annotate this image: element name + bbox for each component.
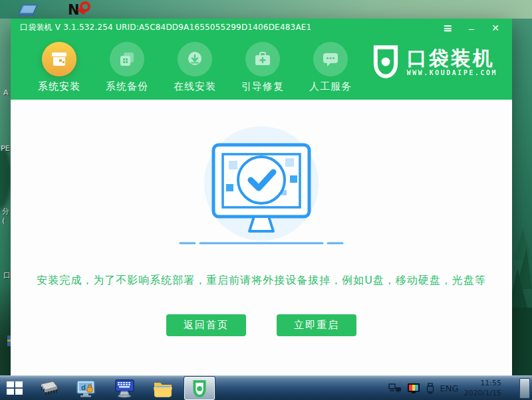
- install-package-icon: [50, 50, 68, 68]
- koudaipe-shield-icon: [192, 380, 207, 397]
- brand-website: WWW.KOUDAIPE.COM: [407, 69, 497, 76]
- taskbar-disk-tool-icon[interactable]: d: [74, 379, 97, 399]
- nav-label: 系统备份: [106, 80, 148, 93]
- desktop-label-fragment: A: [3, 88, 9, 97]
- completion-message: 安装完成，为了不影响系统部署，重启前请将外接设备拔掉，例如U盘，移动硬盘，光盘等: [22, 274, 501, 288]
- language-indicator[interactable]: ENG: [440, 383, 459, 393]
- brand-name: 口袋装机: [407, 47, 497, 69]
- restart-now-button[interactable]: 立即重启: [277, 314, 356, 336]
- taskbar-koudaipe-active-button[interactable]: [184, 377, 215, 400]
- nav-label: 系统安装: [38, 80, 80, 93]
- taskbar-memory-chip-icon[interactable]: [36, 379, 59, 399]
- windows-logo-icon: [7, 381, 14, 387]
- desktop-label-fragment: 口: [3, 270, 11, 280]
- close-icon[interactable]: ✕: [487, 21, 504, 35]
- desktop: { "desktop": { "partial_labels": { "a": …: [0, 0, 532, 400]
- system-tray: ENG 11:55 2020/1/15: [388, 376, 501, 400]
- wallpaper-pine-trees: [509, 229, 532, 375]
- desktop-label-fragment: (: [2, 217, 5, 225]
- nav-item-online-install[interactable]: 在线安装: [161, 37, 229, 93]
- nav-item-system-backup[interactable]: 系统备份: [93, 37, 161, 93]
- laptop-desktop-icon[interactable]: [19, 4, 39, 17]
- menu-icon[interactable]: ≡: [439, 21, 456, 35]
- taskbar-file-explorer-icon[interactable]: [152, 379, 174, 399]
- main-content: 安装完成，为了不影响系统部署，重启前请将外接设备拔掉，例如U盘，移动硬盘，光盘等…: [11, 100, 512, 375]
- titlebar[interactable]: 口袋装机 V 3.1.532.254 URID:A5C84DD9A1655055…: [11, 19, 512, 37]
- shield-logo-icon: [371, 45, 400, 79]
- koudaipe-window: 口袋装机 V 3.1.532.254 URID:A5C84DD9A1655055…: [11, 19, 512, 375]
- network-icon[interactable]: [388, 383, 402, 394]
- system-backup-icon: [118, 50, 136, 68]
- password-key-desktop-icon[interactable]: N: [66, 1, 93, 19]
- brand-logo: 口袋装机 WWW.KOUDAIPE.COM: [371, 45, 497, 79]
- clock-date: 2020/1/15: [464, 389, 501, 399]
- usb-device-icon[interactable]: [426, 383, 435, 395]
- svg-text:d: d: [81, 384, 86, 391]
- desktop-label-fragment: PE: [1, 144, 10, 153]
- nav-label: 在线安装: [174, 80, 216, 93]
- clock[interactable]: 11:55 2020/1/15: [464, 379, 501, 399]
- nav-header: 系统安装 系统备份: [11, 37, 512, 100]
- minimize-icon[interactable]: ─: [463, 21, 480, 35]
- taskbar-virtual-keyboard-icon[interactable]: [113, 379, 136, 399]
- nav-item-boot-repair[interactable]: 引导修复: [229, 37, 297, 93]
- nav-label: 引导修复: [241, 80, 284, 93]
- nav-item-customer-service[interactable]: 人工服务: [297, 37, 364, 93]
- show-desktop-button[interactable]: [519, 378, 530, 399]
- window-title: 口袋装机 V 3.1.532.254 URID:A5C84DD9A1655055…: [20, 22, 439, 33]
- taskbar: d: [0, 375, 532, 400]
- nav-bar: 系统安装 系统备份: [11, 37, 364, 93]
- start-button[interactable]: [7, 381, 24, 396]
- clock-time: 11:55: [464, 379, 501, 389]
- nav-label: 人工服务: [309, 80, 352, 93]
- return-home-button[interactable]: 返回首页: [166, 314, 246, 336]
- nav-item-system-install[interactable]: 系统安装: [25, 37, 93, 93]
- desktop-label-fragment: 分: [2, 207, 9, 217]
- boot-repair-toolbox-icon: [253, 50, 272, 68]
- online-install-download-icon: [186, 50, 204, 68]
- display-color-icon[interactable]: [407, 383, 420, 394]
- customer-service-chat-icon: [321, 50, 340, 68]
- monitor-checkmark-illustration: [162, 117, 361, 256]
